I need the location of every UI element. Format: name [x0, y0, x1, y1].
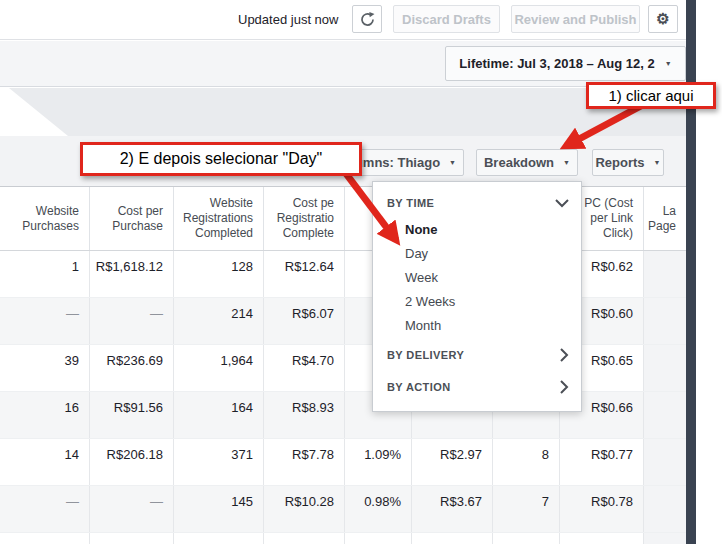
date-range-label: Lifetime: Jul 3, 2018 – Aug 12, 2	[459, 56, 654, 71]
table-header-row: Website PurchasesCost per PurchaseWebsit…	[0, 187, 686, 251]
table-cell: —	[0, 533, 90, 544]
table-cell: 1,964	[174, 345, 264, 391]
table-cell: —	[0, 298, 90, 344]
chevron-down-icon: ▼	[449, 159, 456, 166]
callout-step1: 1) clicar aqui	[586, 82, 716, 109]
menu-item-month[interactable]: Month	[373, 313, 581, 337]
table-cell: —	[412, 533, 493, 544]
table-cell: —	[560, 533, 644, 544]
table-cell: —	[90, 533, 174, 544]
table-cell: R$0.78	[560, 486, 644, 532]
column-header[interactable]: Website Registrations Completed	[174, 187, 264, 250]
table-cell: 8	[493, 439, 560, 485]
table-cell: —	[90, 298, 174, 344]
menu-item-label: None	[405, 222, 438, 237]
callout-step2-text: 2) E depois selecionar "Day"	[120, 150, 323, 168]
table-cell	[644, 533, 686, 544]
menu-item-week[interactable]: Week	[373, 265, 581, 289]
table-row: 39R$236.691,964R$4.70R$0.65	[0, 345, 686, 392]
menu-item-none[interactable]: ✓None	[373, 217, 581, 241]
table-cell: 371	[174, 439, 264, 485]
table-cell: —	[0, 486, 90, 532]
time-options-list: ✓NoneDayWeek2 WeeksMonth	[373, 217, 581, 337]
table-cell: R$236.69	[90, 345, 174, 391]
filter-row: Lifetime: Jul 3, 2018 – Aug 12, 2 ▼	[0, 41, 686, 87]
refresh-icon	[359, 11, 376, 28]
table-cell: 214	[174, 298, 264, 344]
table-cell: 14	[0, 439, 90, 485]
updated-status: Updated just now	[238, 12, 338, 27]
chevron-down-icon: ▼	[654, 159, 661, 166]
by-action-label: BY ACTION	[387, 381, 451, 393]
breakdown-dropdown-button[interactable]: Breakdown ▼	[476, 149, 578, 176]
menu-item-label: Month	[405, 318, 441, 333]
reports-dropdown-button[interactable]: Reports ▼	[592, 149, 664, 176]
review-and-publish-button[interactable]: Review and Publish	[511, 5, 640, 33]
table-row: ——214R$6.07R$0.60	[0, 298, 686, 345]
date-range-selector[interactable]: Lifetime: Jul 3, 2018 – Aug 12, 2 ▼	[445, 46, 686, 81]
breakdown-menu: BY TIME ✓NoneDayWeek2 WeeksMonth BY DELI…	[372, 181, 582, 412]
gear-icon: ⚙	[656, 10, 669, 28]
discard-drafts-button[interactable]: Discard Drafts	[393, 5, 500, 33]
settings-button[interactable]: ⚙	[648, 5, 678, 33]
table-cell: 164	[174, 392, 264, 438]
menu-section-by-delivery[interactable]: BY DELIVERY	[387, 346, 569, 364]
chevron-down-icon: ▼	[665, 60, 672, 67]
metrics-table: Website PurchasesCost per PurchaseWebsit…	[0, 186, 686, 544]
menu-item-label: Week	[405, 270, 438, 285]
column-header[interactable]: La Page	[644, 187, 686, 250]
table-cell: 145	[174, 486, 264, 532]
column-header[interactable]: Website Purchases	[0, 187, 90, 250]
menu-item-label: 2 Weeks	[405, 294, 455, 309]
table-row: 1R$1,618.12128R$12.64R$0.62	[0, 251, 686, 298]
menu-item-day[interactable]: Day	[373, 241, 581, 265]
table-cell	[644, 251, 686, 297]
callout-step2: 2) E depois selecionar "Day"	[80, 142, 362, 176]
table-cell: —	[493, 533, 560, 544]
chevron-down-icon	[555, 199, 569, 208]
table-cell: 0.98%	[345, 486, 412, 532]
table-row: ——145R$10.280.98%R$3.677R$0.78	[0, 486, 686, 533]
by-time-label: BY TIME	[387, 197, 434, 209]
chevron-right-icon	[560, 348, 569, 362]
table-cell: 1	[0, 251, 90, 297]
reports-label: Reports	[595, 155, 644, 170]
table-cell: —	[174, 533, 264, 544]
table-cell: R$2.97	[412, 439, 493, 485]
table-cell: 16	[0, 392, 90, 438]
column-header[interactable]: Cost pe Registratio Complete	[264, 187, 345, 250]
by-delivery-label: BY DELIVERY	[387, 349, 464, 361]
table-cell: R$4.70	[264, 345, 345, 391]
table-cell: R$1,618.12	[90, 251, 174, 297]
table-cell: R$0.77	[560, 439, 644, 485]
menu-section-by-action[interactable]: BY ACTION	[387, 378, 569, 396]
table-cell: R$12.64	[264, 251, 345, 297]
table-row: ————————	[0, 533, 686, 544]
table-cell	[644, 345, 686, 391]
table-cell: —	[345, 533, 412, 544]
tab-wedge	[0, 88, 70, 136]
chevron-down-icon: ▼	[563, 159, 570, 166]
tab-band	[0, 88, 686, 136]
table-cell: —	[90, 486, 174, 532]
check-icon: ✓	[386, 222, 396, 236]
table-cell: R$91.56	[90, 392, 174, 438]
table-cell: R$3.67	[412, 486, 493, 532]
table-cell: R$10.28	[264, 486, 345, 532]
table-cell	[644, 486, 686, 532]
table-cell: R$206.18	[90, 439, 174, 485]
column-header[interactable]: Cost per Purchase	[90, 187, 174, 250]
table-cell: 128	[174, 251, 264, 297]
table-cell	[644, 298, 686, 344]
table-cell: R$8.93	[264, 392, 345, 438]
menu-item-2-weeks[interactable]: 2 Weeks	[373, 289, 581, 313]
table-body: 1R$1,618.12128R$12.64R$0.62——214R$6.07R$…	[0, 251, 686, 544]
table-cell	[644, 392, 686, 438]
table-row: 14R$206.18371R$7.781.09%R$2.978R$0.77	[0, 439, 686, 486]
top-action-bar: Updated just now Discard Drafts Review a…	[0, 0, 686, 40]
menu-section-by-time[interactable]: BY TIME	[387, 194, 569, 212]
table-cell: R$6.07	[264, 298, 345, 344]
table-cell: 7	[493, 486, 560, 532]
refresh-button[interactable]	[352, 5, 382, 33]
table-row: 16R$91.56164R$8.93R$0.66	[0, 392, 686, 439]
